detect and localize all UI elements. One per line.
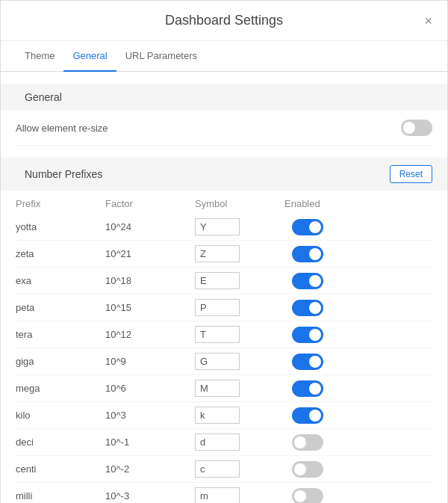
- prefix-symbol-cell: [195, 459, 284, 479]
- prefix-enabled-toggle[interactable]: [292, 300, 323, 316]
- prefix-name: tera: [16, 327, 105, 342]
- col-prefix: Prefix: [16, 198, 105, 209]
- prefix-factor: 10^15: [105, 300, 195, 315]
- prefix-enabled-toggle[interactable]: [292, 380, 323, 397]
- prefix-symbol-cell: [195, 324, 284, 345]
- prefix-table-body: yotta 10^24 zeta 10^21: [16, 214, 432, 503]
- table-row: giga 10^9: [16, 348, 432, 375]
- prefix-symbol-cell: [195, 432, 284, 452]
- prefix-factor: 10^3: [105, 408, 195, 422]
- prefix-enabled-cell: [284, 488, 432, 504]
- prefix-symbol-cell: [195, 486, 284, 503]
- symbol-input[interactable]: [195, 407, 240, 424]
- toggle-slider: [292, 461, 323, 478]
- tab-theme[interactable]: Theme: [16, 41, 63, 72]
- prefix-enabled-toggle[interactable]: [292, 461, 323, 478]
- prefix-factor: 10^24: [105, 220, 195, 234]
- table-row: kilo 10^3: [16, 402, 432, 429]
- prefix-symbol-cell: [195, 271, 284, 291]
- col-symbol: Symbol: [195, 198, 284, 209]
- dialog-header: Dashboard Settings ×: [1, 1, 447, 41]
- prefix-name: milli: [16, 489, 105, 503]
- prefix-name: giga: [16, 354, 105, 368]
- prefix-enabled-toggle[interactable]: [292, 327, 323, 343]
- prefix-enabled-cell: [284, 380, 432, 397]
- reset-button[interactable]: Reset: [390, 165, 432, 183]
- prefix-enabled-cell: [284, 407, 432, 424]
- toggle-slider: [292, 273, 323, 289]
- prefix-symbol-cell: [195, 351, 284, 371]
- general-section-header: General: [1, 84, 447, 111]
- table-row: exa 10^18: [16, 268, 432, 294]
- prefix-factor: 10^-1: [105, 435, 195, 449]
- prefix-name: zeta: [16, 247, 105, 261]
- prefix-enabled-toggle[interactable]: [292, 407, 323, 424]
- prefix-name: mega: [16, 381, 105, 395]
- prefix-enabled-cell: [284, 219, 432, 235]
- prefix-symbol-cell: [195, 405, 284, 425]
- close-button[interactable]: ×: [421, 11, 435, 31]
- allow-resize-label: Allow element re-size: [16, 123, 401, 134]
- prefix-symbol-cell: [195, 378, 284, 398]
- symbol-input[interactable]: [195, 326, 240, 343]
- table-row: peta 10^15: [16, 294, 432, 321]
- toggle-slider: [292, 434, 323, 451]
- table-row: yotta 10^24: [16, 214, 432, 241]
- tab-general[interactable]: General: [63, 41, 116, 72]
- prefix-name: centi: [16, 462, 105, 476]
- symbol-input[interactable]: [195, 272, 240, 289]
- prefix-name: peta: [16, 300, 105, 315]
- prefix-symbol-cell: [195, 297, 284, 318]
- col-factor: Factor: [105, 198, 195, 209]
- prefix-enabled-cell: [284, 434, 432, 451]
- prefix-factor: 10^12: [105, 327, 195, 342]
- symbol-input[interactable]: [195, 433, 240, 451]
- prefix-factor: 10^6: [105, 381, 195, 395]
- symbol-input[interactable]: [195, 380, 240, 397]
- tab-url-parameters[interactable]: URL Parameters: [116, 41, 206, 72]
- prefix-name: deci: [16, 435, 105, 449]
- symbol-input[interactable]: [195, 460, 240, 478]
- prefix-factor: 10^21: [105, 247, 195, 261]
- prefix-enabled-toggle[interactable]: [292, 219, 323, 235]
- symbol-input[interactable]: [195, 245, 240, 262]
- toggle-slider: [292, 488, 323, 504]
- prefix-enabled-toggle[interactable]: [292, 488, 323, 504]
- prefix-enabled-toggle[interactable]: [292, 354, 323, 370]
- col-enabled: Enabled: [284, 198, 432, 209]
- toggle-slider: [292, 380, 323, 397]
- prefix-enabled-cell: [284, 246, 432, 262]
- number-prefixes-header: Number Prefixes Reset: [1, 158, 447, 191]
- toggle-slider: [292, 246, 323, 262]
- prefix-name: exa: [16, 274, 105, 288]
- prefix-enabled-cell: [284, 354, 432, 370]
- prefix-enabled-toggle[interactable]: [292, 434, 323, 451]
- prefix-name: kilo: [16, 408, 105, 422]
- symbol-input[interactable]: [195, 353, 240, 370]
- number-prefixes-title: Number Prefixes: [25, 168, 102, 180]
- table-row: deci 10^-1: [16, 429, 432, 456]
- toggle-slider: [292, 219, 323, 235]
- prefix-enabled-cell: [284, 461, 432, 478]
- prefix-symbol-cell: [195, 217, 284, 237]
- dialog-title: Dashboard Settings: [165, 13, 283, 28]
- symbol-input[interactable]: [195, 487, 240, 503]
- allow-resize-row: Allow element re-size: [16, 111, 432, 146]
- toggle-slider: [292, 300, 323, 316]
- table-header: Prefix Factor Symbol Enabled: [16, 191, 432, 214]
- prefix-enabled-cell: [284, 327, 432, 343]
- prefix-enabled-cell: [284, 273, 432, 289]
- prefix-enabled-cell: [284, 300, 432, 316]
- toggle-slider: [292, 327, 323, 343]
- prefix-enabled-toggle[interactable]: [292, 246, 323, 262]
- prefix-enabled-toggle[interactable]: [292, 273, 323, 289]
- allow-resize-toggle[interactable]: [401, 120, 432, 136]
- tab-bar: Theme General URL Parameters: [1, 41, 447, 72]
- symbol-input[interactable]: [195, 218, 240, 235]
- content-area: General Allow element re-size Number Pre…: [1, 72, 447, 503]
- prefix-symbol-cell: [195, 244, 284, 264]
- table-row: centi 10^-2: [16, 456, 432, 483]
- prefix-factor: 10^-2: [105, 462, 195, 476]
- symbol-input[interactable]: [195, 299, 240, 316]
- prefix-factor: 10^-3: [105, 489, 195, 503]
